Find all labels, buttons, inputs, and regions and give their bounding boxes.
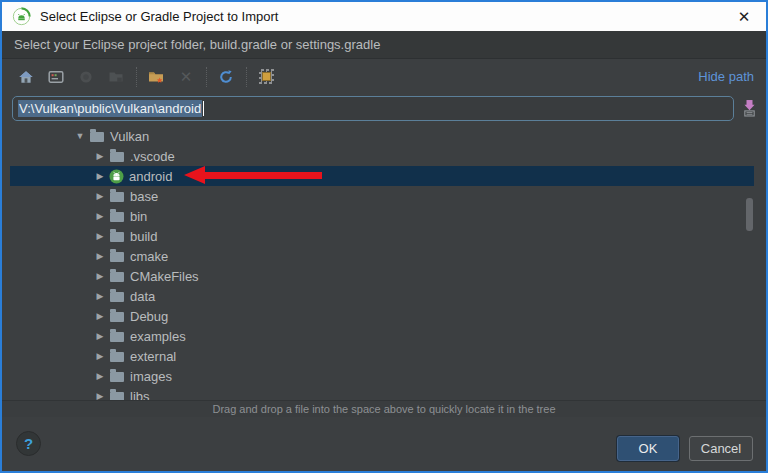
tree-item-label: images [130, 369, 172, 384]
path-input[interactable]: V:\Vulkan\public\Vulkan\android [12, 96, 734, 121]
tree-row-debug[interactable]: ▶ Debug [10, 306, 754, 326]
tree-item-label: build [130, 229, 157, 244]
dialog-subtitle: Select your Eclipse project folder, buil… [2, 31, 766, 59]
tree-row-images[interactable]: ▶ images [10, 366, 754, 386]
chevron-right-icon[interactable]: ▶ [92, 331, 108, 341]
folder-icon [110, 352, 124, 362]
toolbar-separator [246, 67, 247, 87]
chevron-right-icon[interactable]: ▶ [92, 371, 108, 381]
folder-icon [110, 192, 124, 202]
button-group: OK Cancel [617, 436, 753, 461]
refresh-icon[interactable] [214, 65, 238, 89]
chevron-right-icon[interactable]: ▶ [92, 151, 108, 161]
scrollbar-thumb[interactable] [746, 198, 753, 231]
text-caret [203, 101, 204, 116]
tree-item-label: .vscode [130, 149, 175, 164]
folder-icon [110, 392, 124, 401]
folder-icon [110, 252, 124, 262]
home-icon[interactable] [14, 65, 38, 89]
tree-row-cmakefiles[interactable]: ▶ CMakeFiles [10, 266, 754, 286]
file-tree: ▼ Vulkan ▶ .vscode ▶ android ▶ base [2, 124, 766, 400]
tree-item-label: Vulkan [110, 129, 149, 144]
dialog-footer: ? OK Cancel [2, 417, 766, 471]
android-project-icon [109, 169, 124, 184]
folder-icon [110, 212, 124, 222]
chevron-right-icon[interactable]: ▶ [92, 171, 108, 181]
annotation-arrow-icon [184, 166, 322, 184]
chevron-right-icon[interactable]: ▶ [92, 211, 108, 221]
tree-item-label: libs [130, 389, 150, 401]
tree-row-vscode[interactable]: ▶ .vscode [10, 146, 754, 166]
android-studio-icon [12, 7, 31, 26]
tree-row-libs[interactable]: ▶ libs [10, 386, 754, 400]
desktop-icon[interactable] [44, 65, 68, 89]
tree-row-bin[interactable]: ▶ bin [10, 206, 754, 226]
title-bar: Select Eclipse or Gradle Project to Impo… [2, 2, 766, 31]
folder-icon [110, 332, 124, 342]
chevron-right-icon[interactable]: ▶ [92, 271, 108, 281]
dialog-title: Select Eclipse or Gradle Project to Impo… [40, 9, 722, 24]
folder-icon [90, 132, 104, 142]
chevron-right-icon[interactable]: ▶ [92, 311, 108, 321]
tree-item-label: cmake [130, 249, 168, 264]
paste-history-icon[interactable] [740, 97, 758, 119]
drag-drop-hint: Drag and drop a file into the space abov… [2, 400, 766, 417]
folder-icon [110, 272, 124, 282]
chevron-right-icon[interactable]: ▶ [92, 251, 108, 261]
tree-item-label: external [130, 349, 176, 364]
arrow-head [184, 166, 205, 184]
toolbar-separator [136, 67, 137, 87]
new-folder-icon[interactable] [144, 65, 168, 89]
folder-icon [110, 372, 124, 382]
folder-icon [110, 152, 124, 162]
tree-item-label: android [129, 169, 172, 184]
hide-path-link[interactable]: Hide path [698, 59, 754, 94]
tree-row-examples[interactable]: ▶ examples [10, 326, 754, 346]
chevron-right-icon[interactable]: ▶ [92, 351, 108, 361]
tree-item-label: data [130, 289, 155, 304]
folder-icon [110, 292, 124, 302]
tree-item-label: examples [130, 329, 186, 344]
tree-row-vulkan[interactable]: ▼ Vulkan [10, 126, 754, 146]
tree-item-label: base [130, 189, 158, 204]
show-hidden-files-icon[interactable] [254, 65, 278, 89]
file-chooser-toolbar: ✕ Hide path [2, 59, 766, 94]
chevron-right-icon[interactable]: ▶ [92, 231, 108, 241]
tree-row-data[interactable]: ▶ data [10, 286, 754, 306]
close-icon[interactable]: ✕ [722, 2, 766, 31]
tree-row-android[interactable]: ▶ android [10, 166, 754, 186]
tree-item-label: CMakeFiles [130, 269, 199, 284]
toolbar-separator [206, 67, 207, 87]
tree-row-build[interactable]: ▶ build [10, 226, 754, 246]
arrow-shaft [205, 172, 322, 179]
tree-row-external[interactable]: ▶ external [10, 346, 754, 366]
cancel-button[interactable]: Cancel [689, 436, 753, 461]
tree-item-label: Debug [130, 309, 168, 324]
path-input-value: V:\Vulkan\public\Vulkan\android [18, 100, 202, 117]
module-icon[interactable] [74, 65, 98, 89]
tree-row-cmake[interactable]: ▶ cmake [10, 246, 754, 266]
chevron-right-icon[interactable]: ▶ [92, 391, 108, 400]
chevron-right-icon[interactable]: ▶ [92, 291, 108, 301]
tree-item-label: bin [130, 209, 147, 224]
delete-icon[interactable]: ✕ [174, 65, 198, 89]
chevron-right-icon[interactable]: ▶ [92, 191, 108, 201]
chevron-down-icon[interactable]: ▼ [72, 131, 88, 141]
help-icon[interactable]: ? [16, 431, 41, 456]
parent-folder-icon[interactable] [104, 65, 128, 89]
tree-row-base[interactable]: ▶ base [10, 186, 754, 206]
folder-icon [110, 312, 124, 322]
folder-icon [110, 232, 124, 242]
path-input-row: V:\Vulkan\public\Vulkan\android [2, 94, 766, 124]
ok-button[interactable]: OK [617, 436, 679, 461]
import-project-dialog: Select Eclipse or Gradle Project to Impo… [0, 0, 768, 473]
